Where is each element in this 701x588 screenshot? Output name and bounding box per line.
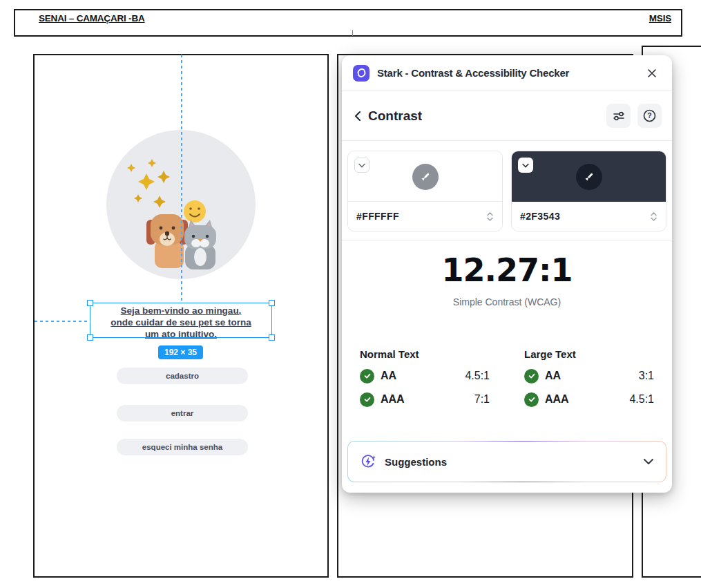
foreground-swatch-card: #FFFFFF: [347, 151, 503, 231]
chevron-down-icon[interactable]: [643, 458, 654, 465]
header-left-text: SENAI – CAMAÇARI -BA: [39, 13, 145, 23]
vertical-guide-line: [181, 55, 182, 303]
wcag-row: AAA 4.5:1: [524, 391, 654, 408]
wcag-results-grid: Normal Text AA 4.5:1 AAA 7:1 Lar: [360, 348, 654, 415]
cat-icon: [184, 220, 216, 269]
check-icon: [360, 392, 374, 407]
selection-handle[interactable]: [269, 334, 275, 341]
close-icon[interactable]: [643, 64, 661, 82]
suggestions-bolt-icon: [360, 453, 376, 470]
document-header: SENAI – CAMAÇARI -BA MSIS: [14, 9, 682, 37]
wcag-level: AAA: [381, 393, 405, 406]
wcag-threshold: 4.5:1: [629, 393, 654, 406]
chevron-down-icon[interactable]: [354, 158, 369, 173]
suggestions-expander[interactable]: Suggestions: [347, 441, 666, 482]
background-swatch-card: #2F3543: [511, 151, 666, 231]
wcag-level: AA: [545, 370, 561, 382]
chevron-down-icon[interactable]: [518, 158, 533, 173]
help-icon[interactable]: ?: [637, 104, 662, 128]
color-swatch-cards: #FFFFFF: [347, 151, 666, 231]
column-heading: Large Text: [524, 348, 654, 360]
section-title: Contrast: [368, 108, 422, 124]
wcag-row: AAA 7:1: [360, 391, 490, 408]
back-chevron-icon[interactable]: [352, 110, 363, 122]
stark-logo-icon: [353, 65, 369, 82]
wcag-row: AA 4.5:1: [360, 368, 490, 384]
stark-plugin-panel: Stark - Contrast & Accessibility Checker…: [342, 55, 672, 493]
wcag-level: AAA: [545, 393, 569, 406]
eyedropper-icon[interactable]: [576, 164, 602, 190]
header-right-text: MSIS: [649, 13, 671, 23]
mockup-frame-welcome: Seja bem-vindo ao mingau, onde cuidar de…: [33, 54, 329, 578]
hex-value[interactable]: #FFFFFF: [356, 211, 399, 222]
foreground-hex-field[interactable]: #FFFFFF: [348, 202, 502, 231]
document-page: SENAI – CAMAÇARI -BA MSIS: [0, 0, 701, 588]
divider: [342, 140, 672, 141]
divider: [342, 240, 672, 240]
entrar-button[interactable]: entrar: [117, 405, 248, 421]
svg-text:?: ?: [647, 111, 651, 120]
contrast-ratio-caption: Simple Contrast (WCAG): [342, 296, 672, 307]
wcag-level: AA: [381, 370, 396, 382]
selection-size-badge: 192 × 35: [158, 345, 203, 359]
wcag-threshold: 4.5:1: [465, 370, 490, 382]
background-hex-field[interactable]: #2F3543: [512, 202, 666, 231]
page-center-mark: [352, 30, 353, 36]
up-down-stepper-icon[interactable]: [650, 211, 657, 222]
check-icon: [524, 369, 539, 383]
large-text-column: Large Text AA 3:1 AAA 4.5:1: [524, 348, 654, 415]
horizontal-guide-line: [35, 321, 90, 322]
plugin-title: Stark - Contrast & Accessibility Checker: [377, 67, 569, 79]
plugin-titlebar[interactable]: Stark - Contrast & Accessibility Checker: [342, 55, 672, 91]
esqueci-senha-button[interactable]: esqueci minha senha: [117, 439, 248, 455]
figma-selection-box[interactable]: [90, 303, 272, 338]
hex-value[interactable]: #2F3543: [520, 211, 560, 222]
cadastro-button[interactable]: cadastro: [117, 368, 248, 384]
smiley-icon: [184, 200, 206, 222]
selection-handle[interactable]: [87, 300, 93, 306]
selection-handle[interactable]: [269, 300, 275, 306]
check-icon: [360, 369, 374, 383]
background-swatch[interactable]: [512, 151, 666, 202]
normal-text-column: Normal Text AA 4.5:1 AAA 7:1: [360, 348, 490, 415]
settings-sliders-icon[interactable]: [606, 104, 631, 128]
contrast-ratio-block: 12.27:1 Simple Contrast (WCAG): [342, 254, 672, 307]
foreground-swatch[interactable]: [348, 151, 502, 202]
wcag-threshold: 3:1: [639, 370, 654, 382]
sparkles-icon: [127, 159, 170, 208]
check-icon: [524, 392, 539, 407]
suggestions-label: Suggestions: [385, 456, 447, 468]
wcag-row: AA 3:1: [524, 368, 654, 384]
contrast-ratio-value: 12.27:1: [342, 254, 672, 286]
selection-handle[interactable]: [87, 334, 93, 341]
wcag-threshold: 7:1: [474, 393, 490, 406]
column-heading: Normal Text: [360, 348, 490, 360]
eyedropper-icon[interactable]: [412, 164, 439, 190]
up-down-stepper-icon[interactable]: [486, 211, 494, 222]
contrast-section-header: Contrast ?: [342, 91, 672, 140]
